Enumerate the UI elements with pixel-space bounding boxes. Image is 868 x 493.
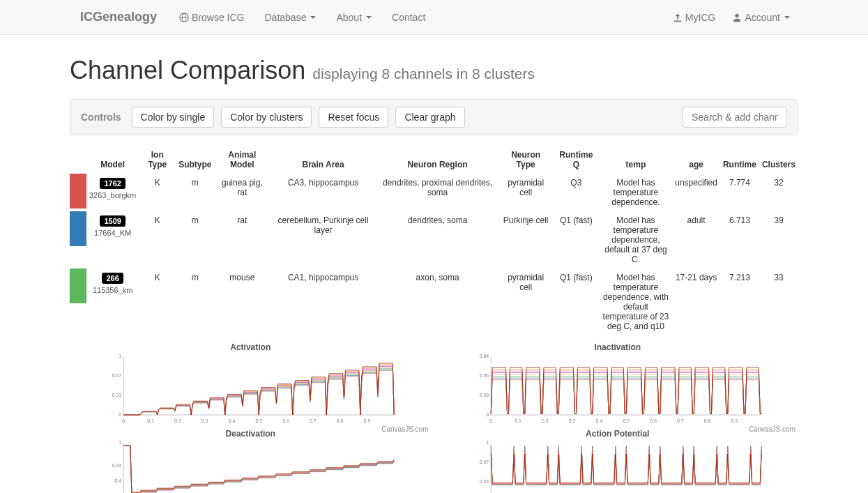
cell-neuron-region: dendrites, soma [376,211,498,268]
nav-browse-label: Browse ICG [192,12,244,23]
th-neuron-region: Neuron Region [376,146,498,174]
cell-model: 150917664_KM [86,211,139,268]
svg-text:0: 0 [486,412,489,417]
chart-activation[interactable]: Activation 00.10.20.30.40.50.60.70.80.90… [70,342,432,423]
cell-runtime-q: Q3 [553,174,600,211]
svg-text:0.2: 0.2 [541,418,548,423]
chart-svg: 00.10.20.30.40.50.60.70.80.900.330.671 [437,440,799,493]
svg-text:0.33: 0.33 [112,393,122,397]
chart-deactivation[interactable]: Deactivation 00.10.20.30.40.50.60.70.80.… [70,429,432,493]
nav-account[interactable]: Account [724,1,798,33]
th-animal-model: Animal Model [215,146,271,174]
nav-database-label: Database [265,12,307,23]
model-badge[interactable]: 1509 [100,215,125,227]
cell-subtype: m [176,268,214,335]
svg-text:0.6: 0.6 [282,418,289,423]
cell-age: 17-21 days [672,268,720,335]
svg-text:0.3: 0.3 [201,418,208,423]
th-clusters: Clusters [759,146,798,174]
row-color-swatch [70,174,86,211]
page-title: Channel Comparison displaying 8 channels… [70,56,798,85]
th-runtime: Runtime [720,146,759,174]
caret-icon [310,16,316,19]
th-ion-type: Ion Type [139,146,176,174]
table-row[interactable]: 266115356_km K m mouse CA1, hippocampus … [70,268,798,335]
table-row[interactable]: 150917664_KM K m rat cerebellum, Purkinj… [70,211,798,268]
nav-about-label: About [336,12,362,23]
controls-label: Controls [81,112,121,123]
cell-age: adult [672,211,720,268]
cell-runtime-q: Q1 (fast) [553,211,600,268]
nav-contact[interactable]: Contact [383,1,434,33]
svg-text:1: 1 [486,440,489,445]
reset-focus-button[interactable]: Reset focus [319,107,388,128]
th-subtype: Subtype [176,146,214,174]
svg-text:0.8: 0.8 [703,418,710,423]
channel-table: Model Ion Type Subtype Animal Model Brai… [70,146,798,335]
th-temp: temp [600,146,673,174]
row-color-swatch [70,268,86,335]
th-age: age [672,146,720,174]
cell-temp: Model has temperature dependence, defaul… [600,211,673,268]
chart-title: Action Potential [437,429,799,439]
nav-account-label: Account [745,12,780,23]
svg-text:0.67: 0.67 [479,460,489,464]
cell-runtime-q: Q1 (fast) [553,268,600,335]
page-title-text: Channel Comparison [70,56,305,84]
search-input[interactable] [683,107,787,128]
row-color-swatch [70,211,86,268]
cell-neuron-type: pyramidal cell [498,174,553,211]
table-row[interactable]: 17623263_borgkm K m guinea pig, rat CA3,… [70,174,798,211]
svg-text:0.3: 0.3 [568,418,575,423]
svg-text:1: 1 [119,354,121,358]
chart-svg: 00.10.20.30.40.50.60.70.80.900.330.671 [70,354,432,423]
cell-animal-model: rat [215,211,271,268]
chart-title: Inactivation [437,342,799,352]
cell-clusters: 39 [759,211,798,268]
cell-model: 266115356_km [86,268,139,335]
th-model: Model [86,146,139,174]
cell-animal-model: guinea pig, rat [215,174,271,211]
color-clusters-button[interactable]: Color by clusters [221,107,312,128]
cell-animal-model: mouse [215,268,271,335]
model-badge[interactable]: 1762 [100,178,125,189]
charts-grid: Activation 00.10.20.30.40.50.60.70.80.90… [70,342,798,493]
chart-title: Deactivation [70,429,432,439]
cell-runtime: 7.774 [720,174,759,211]
cell-ion-type: K [139,268,176,335]
nav-browse[interactable]: Browse ICG [171,1,252,33]
model-name: 115356_km [93,286,133,294]
color-single-button[interactable]: Color by single [132,107,215,128]
nav-database[interactable]: Database [257,1,325,33]
svg-text:0.64: 0.64 [112,463,122,468]
svg-text:0.7: 0.7 [676,418,683,423]
cell-subtype: m [176,211,214,268]
svg-text:0: 0 [489,418,492,423]
svg-text:0.2: 0.2 [174,418,181,423]
chart-action-potential[interactable]: Action Potential 00.10.20.30.40.50.60.70… [437,429,799,493]
controls-panel: Controls Color by single Color by cluste… [70,99,798,135]
svg-text:0.4: 0.4 [595,418,602,423]
cell-brain-area: CA1, hippocampus [270,268,376,335]
svg-text:0.56: 0.56 [479,373,489,378]
nav-about[interactable]: About [328,1,380,33]
user-icon [732,13,742,22]
chart-inactivation[interactable]: Inactivation 00.10.20.30.40.50.60.70.80.… [437,342,799,423]
model-name: 3263_borgkm [89,191,136,199]
cell-model: 17623263_borgkm [86,174,139,211]
svg-text:0.1: 0.1 [515,418,521,423]
clear-graph-button[interactable]: Clear graph [395,107,464,128]
svg-text:0.5: 0.5 [623,418,630,423]
svg-text:1: 1 [119,440,121,445]
navbar: ICGenealogy Browse ICG Database About Co… [0,0,868,35]
svg-text:0.4: 0.4 [115,478,122,483]
th-brain-area: Brain Area [270,146,376,174]
svg-text:0.9: 0.9 [364,418,371,423]
caret-icon [784,16,790,19]
svg-text:0.5: 0.5 [255,418,262,423]
brand-link[interactable]: ICGenealogy [70,0,167,35]
cell-clusters: 33 [759,268,798,335]
caret-icon [366,16,372,19]
nav-myicg[interactable]: MyICG [664,1,724,33]
model-badge[interactable]: 266 [102,273,123,284]
